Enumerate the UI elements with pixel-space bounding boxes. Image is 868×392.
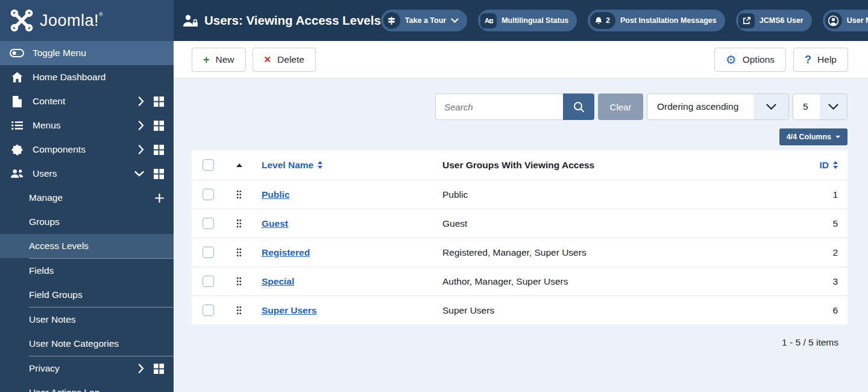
multilingual-status-button[interactable]: A Multilingual Status xyxy=(478,10,577,31)
column-header-user-groups: User Groups With Viewing Access xyxy=(442,160,794,171)
tour-signpost-icon xyxy=(383,12,400,29)
dashboard-grid-icon[interactable] xyxy=(154,364,164,374)
sidebar-item-toggle-menu[interactable]: Toggle Menu xyxy=(0,41,174,65)
options-button[interactable]: ⚙ Options xyxy=(714,48,786,72)
joomla-logo-icon xyxy=(10,8,34,33)
drag-handle-icon[interactable] xyxy=(236,277,262,286)
help-button[interactable]: ? Help xyxy=(793,48,848,72)
sidebar-item-users[interactable]: Users xyxy=(0,162,174,186)
chevron-down-icon xyxy=(451,18,459,24)
drag-handle-icon[interactable] xyxy=(236,306,262,315)
row-checkbox[interactable] xyxy=(203,305,214,316)
list-icon xyxy=(10,121,24,130)
select-all-checkbox[interactable] xyxy=(203,159,214,171)
drag-handle-icon[interactable] xyxy=(236,248,262,257)
column-header-level-name[interactable]: Level Name xyxy=(262,160,442,171)
document-icon xyxy=(10,96,24,107)
search-input[interactable] xyxy=(435,93,563,120)
chevron-right-icon[interactable] xyxy=(138,364,144,373)
sidebar-item-home-dashboard[interactable]: Home Dashboard xyxy=(0,65,174,89)
drag-handle-icon[interactable] xyxy=(236,190,262,199)
chevron-right-icon[interactable] xyxy=(138,145,144,154)
delete-button[interactable]: ✕ Delete xyxy=(253,48,316,72)
users-icon xyxy=(10,169,24,179)
user-groups-cell: Public xyxy=(442,189,794,200)
list-limit-select[interactable]: 5 xyxy=(793,93,848,120)
toolbar: + New ✕ Delete ⚙ Options ? Help xyxy=(174,41,868,78)
user-groups-cell: Author, Manager, Super Users xyxy=(442,276,794,287)
sidebar-item-content[interactable]: Content xyxy=(0,89,174,113)
ordering-sort-icon[interactable] xyxy=(236,163,242,167)
plus-icon[interactable] xyxy=(155,194,164,203)
new-button[interactable]: + New xyxy=(192,48,246,72)
id-cell: 2 xyxy=(832,247,838,258)
sidebar: Toggle Menu Home Dashboard Content xyxy=(0,41,174,392)
level-name-link[interactable]: Registered xyxy=(262,247,442,258)
gear-icon: ⚙ xyxy=(726,54,737,66)
dashboard-grid-icon[interactable] xyxy=(154,145,164,155)
user-groups-cell: Registered, Manager, Super Users xyxy=(442,247,794,258)
clear-button[interactable]: Clear xyxy=(598,93,643,120)
columns-button[interactable]: 4/4 Columns xyxy=(779,128,848,145)
sidebar-item-access-levels[interactable]: Access Levels xyxy=(0,234,174,258)
row-checkbox[interactable] xyxy=(203,189,214,200)
sidebar-item-components[interactable]: Components xyxy=(0,138,174,162)
search-icon xyxy=(573,101,585,113)
top-header: Joomla!® Users: Viewing Access Levels xyxy=(0,0,868,41)
row-checkbox[interactable] xyxy=(203,218,214,229)
level-name-link[interactable]: Public xyxy=(262,189,442,200)
pagination-counter: 1 - 5 / 5 items xyxy=(192,337,848,348)
ordering-select[interactable]: Ordering ascending xyxy=(647,93,789,120)
dashboard-grid-icon[interactable] xyxy=(154,169,164,179)
level-name-link[interactable]: Special xyxy=(262,276,442,287)
sort-icon xyxy=(318,161,322,169)
sidebar-item-privacy[interactable]: Privacy xyxy=(0,356,174,381)
dashboard-grid-icon[interactable] xyxy=(154,121,164,131)
sort-icon xyxy=(833,161,838,169)
joomla-wordmark: Joomla!® xyxy=(40,11,103,30)
site-preview-button[interactable]: JCMS6 User xyxy=(736,10,812,31)
language-icon: A xyxy=(480,13,497,28)
take-a-tour-button[interactable]: Take a Tour xyxy=(381,10,467,31)
drag-handle-icon[interactable] xyxy=(236,219,262,228)
chevron-down-icon[interactable] xyxy=(134,171,144,177)
sidebar-item-user-actions-log[interactable]: User Actions Log xyxy=(0,381,174,392)
column-header-id[interactable]: ID xyxy=(820,160,838,171)
table-row: Registered Registered, Manager, Super Us… xyxy=(192,238,848,267)
sidebar-item-user-notes[interactable]: User Notes xyxy=(0,308,174,332)
sidebar-item-field-groups[interactable]: Field Groups xyxy=(0,283,174,307)
level-name-link[interactable]: Guest xyxy=(262,218,442,229)
user-circle-icon xyxy=(825,12,842,29)
sidebar-item-manage[interactable]: Manage xyxy=(0,186,174,210)
plus-icon: + xyxy=(203,54,210,65)
row-checkbox[interactable] xyxy=(203,247,214,258)
chevron-down-icon xyxy=(820,94,847,119)
chevron-right-icon[interactable] xyxy=(138,121,144,130)
home-icon xyxy=(10,72,24,83)
sidebar-item-groups[interactable]: Groups xyxy=(0,210,174,234)
table-row: Super Users Super Users 6 xyxy=(192,296,848,324)
sidebar-item-fields[interactable]: Fields xyxy=(0,259,174,283)
user-groups-cell: Guest xyxy=(442,218,794,229)
joomla-logo[interactable]: Joomla!® xyxy=(0,0,174,41)
chevron-right-icon[interactable] xyxy=(138,96,144,106)
dashboard-grid-icon[interactable] xyxy=(154,96,164,107)
sidebar-item-menus[interactable]: Menus xyxy=(0,113,174,138)
user-menu-button[interactable]: User Menu xyxy=(823,10,868,31)
row-checkbox[interactable] xyxy=(203,276,214,287)
question-icon: ? xyxy=(805,54,811,65)
post-installation-messages-button[interactable]: 2 Post Installation Messages xyxy=(588,10,725,31)
notification-count-badge: 2 xyxy=(606,16,610,25)
level-name-link[interactable]: Super Users xyxy=(262,305,442,316)
user-groups-cell: Super Users xyxy=(442,305,794,316)
search-button[interactable] xyxy=(563,93,594,120)
table-row: Guest Guest 5 xyxy=(192,209,848,238)
id-cell: 1 xyxy=(832,189,838,200)
caret-down-icon xyxy=(835,136,840,138)
toggle-icon xyxy=(10,49,24,57)
access-levels-table: Level Name User Groups With Viewing Acce… xyxy=(192,150,848,324)
table-row: Public Public 1 xyxy=(192,180,848,209)
page-title: Users: Viewing Access Levels xyxy=(182,13,381,28)
sidebar-item-user-note-categories[interactable]: User Note Categories xyxy=(0,332,174,356)
svg-text:A: A xyxy=(485,17,489,24)
